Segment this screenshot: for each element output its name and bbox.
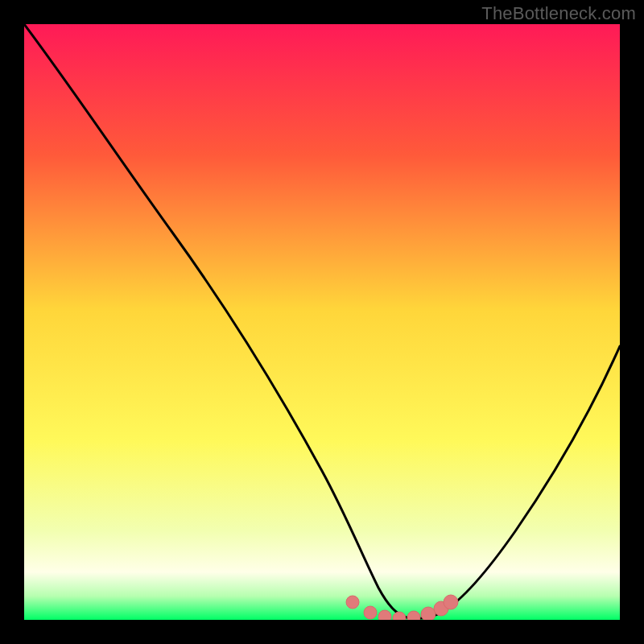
marker-dot — [421, 607, 436, 620]
marker-dot — [364, 606, 377, 619]
plot-area — [24, 24, 620, 620]
chart-frame: TheBottleneck.com — [0, 0, 644, 644]
marker-dot — [407, 611, 420, 620]
chart-svg — [24, 24, 620, 620]
marker-dot — [378, 610, 391, 620]
marker-dot — [346, 596, 359, 609]
marker-dot — [444, 595, 458, 609]
gradient-background — [24, 24, 620, 620]
watermark-text: TheBottleneck.com — [481, 3, 636, 24]
